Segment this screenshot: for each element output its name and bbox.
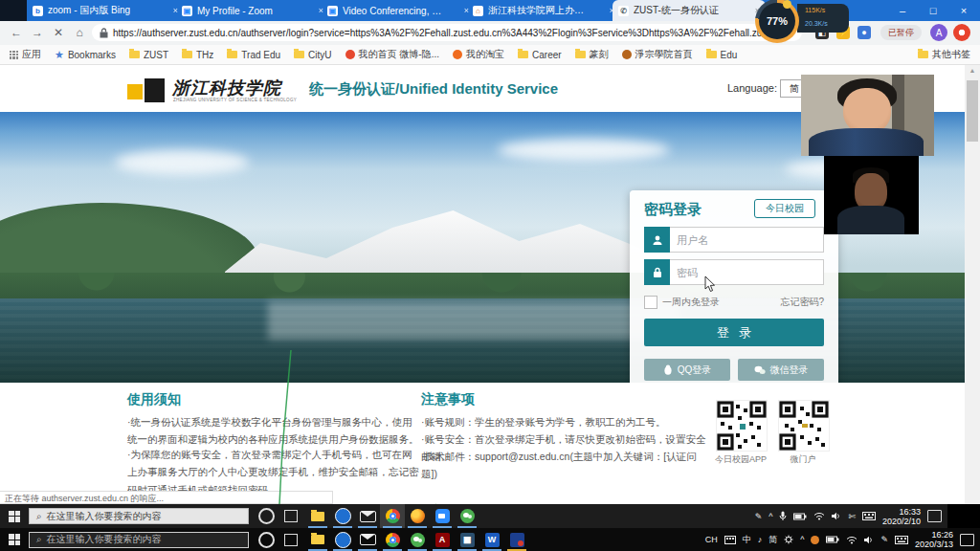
action-center-icon[interactable] <box>960 534 974 546</box>
wifi-icon[interactable] <box>813 512 825 520</box>
scrollbar-thumb[interactable] <box>967 80 978 142</box>
tab-bing[interactable]: b zoom - 国内版 Bing × <box>27 0 184 21</box>
chrome-icon[interactable] <box>380 528 405 551</box>
shared-screen-edge <box>947 504 980 528</box>
url-text: https://authserver.zust.edu.cn/authserve… <box>113 28 775 38</box>
cortana-icon[interactable] <box>258 532 275 548</box>
search-placeholder: 在这里输入你要搜索的内容 <box>47 510 162 523</box>
tab-ehall[interactable]: ⌂ 浙江科技学院网上办事服务大厅 × <box>467 0 620 21</box>
sync-paused-badge[interactable]: 已暂停 <box>880 25 922 40</box>
clock[interactable]: 16:26 2020/3/13 <box>915 530 953 549</box>
pin-icon[interactable]: ● <box>858 26 871 39</box>
tab-zoom-conf[interactable]: ▣ Video Conferencing, Web Co × <box>322 0 475 21</box>
start-button-icon[interactable] <box>9 511 20 522</box>
volume-icon[interactable] <box>832 512 841 520</box>
bookmark-folder-career[interactable]: Career <box>518 50 562 60</box>
back-button[interactable]: ← <box>8 24 25 41</box>
browser-menu-icon[interactable] <box>953 24 970 41</box>
mail-app-icon[interactable] <box>355 528 380 551</box>
ime-grid-icon[interactable] <box>724 536 736 544</box>
tray-chevron-icon[interactable]: ^ <box>800 535 804 544</box>
bookmark-folder-cityu[interactable]: CityU <box>294 50 331 60</box>
zoom-video-feed-2[interactable] <box>824 156 919 234</box>
address-bar[interactable]: https://authserver.zust.edu.cn/authserve… <box>92 24 802 41</box>
recording-app-icon[interactable] <box>504 528 529 551</box>
forgot-password-link[interactable]: 忘记密码? <box>780 296 824 309</box>
participant-body <box>809 128 924 156</box>
tab-title: My Profile - Zoom <box>197 6 273 16</box>
taskbar-search[interactable]: ⌕ 在这里输入你要搜索的内容 <box>29 532 249 548</box>
password-input[interactable] <box>670 259 824 285</box>
bookmark-jingzong[interactable]: 淨宗學院首頁 <box>622 48 693 61</box>
wechat-login-button[interactable]: 微信登录 <box>738 359 824 381</box>
profile-avatar[interactable]: A <box>930 24 947 41</box>
wechat-app-icon[interactable] <box>455 504 479 528</box>
start-button-icon[interactable] <box>9 534 20 545</box>
scissors-icon[interactable]: ✄ <box>848 512 856 521</box>
bookmark-taobao[interactable]: 我的淘宝 <box>453 48 504 61</box>
file-explorer-icon[interactable] <box>305 504 330 528</box>
memory-percent-badge[interactable]: 77% <box>755 0 799 43</box>
apps-shortcut[interactable]: 应用 <box>10 48 41 61</box>
music-note-icon[interactable]: ♪ <box>758 535 763 544</box>
clock-app-icon[interactable] <box>330 504 355 528</box>
maximize-button[interactable]: □ <box>919 0 947 21</box>
close-button[interactable]: × <box>949 0 978 21</box>
tab-zoom-profile[interactable]: ▣ My Profile - Zoom × <box>176 0 329 21</box>
action-center-icon[interactable] <box>927 510 942 522</box>
remember-checkbox[interactable] <box>644 296 657 309</box>
bookmark-folder-edu[interactable]: Edu <box>706 50 738 60</box>
qq-login-button[interactable]: QQ登录 <box>644 359 730 381</box>
ime-cn-badge[interactable]: 中 <box>743 534 751 546</box>
ime-simplified-badge[interactable]: 简 <box>768 534 777 546</box>
home-button[interactable]: ⌂ <box>71 24 88 41</box>
wifi-icon[interactable] <box>846 536 858 544</box>
zoom-app-icon[interactable] <box>430 504 455 528</box>
chrome-icon[interactable] <box>380 504 405 528</box>
bookmarks-bar: 应用 ★ Bookmarks ZUST THz Trad Edu CityU 我… <box>0 45 980 65</box>
taskbar-search[interactable]: ⌕ 在这里输入你要搜索的内容 <box>29 508 249 524</box>
bookmark-folder-zhuanke[interactable]: 篆刻 <box>575 48 609 61</box>
firefox-icon[interactable] <box>405 504 430 528</box>
scroll-up-arrow[interactable]: ▲ <box>967 67 978 77</box>
clock-app-icon[interactable] <box>330 528 355 551</box>
other-bookmarks[interactable]: 其他书签 <box>918 48 970 61</box>
bookmark-folder-tradedu[interactable]: Trad Edu <box>227 50 280 60</box>
mail-app-icon[interactable] <box>355 504 380 528</box>
zoom-video-feed-1[interactable] <box>801 75 934 156</box>
ime-keyboard-icon[interactable] <box>862 512 876 520</box>
today-campus-button[interactable]: 今日校园 <box>754 199 815 218</box>
clock[interactable]: 16:33 2020/2/10 <box>882 507 921 526</box>
calculator-icon[interactable]: ▦ <box>455 528 479 551</box>
phone-icon: ✆ <box>618 6 629 16</box>
task-view-icon[interactable] <box>284 534 298 546</box>
logo-yellow-square <box>127 84 143 99</box>
ime-lang-badge[interactable]: CH <box>705 535 718 544</box>
login-button[interactable]: 登录 <box>644 319 824 346</box>
gear-icon[interactable] <box>784 535 793 544</box>
username-input[interactable] <box>670 227 824 253</box>
battery-icon[interactable] <box>793 513 807 520</box>
bookmark-folder-thz[interactable]: THz <box>182 50 213 60</box>
bookmark-weibo[interactable]: 我的首页 微博-隐... <box>345 48 439 61</box>
tab-zust-auth-active[interactable]: ✆ ZUST-统一身份认证 × <box>612 0 766 21</box>
adobe-reader-icon[interactable]: A <box>430 528 455 551</box>
tray-app-icon[interactable] <box>811 536 819 544</box>
cortana-icon[interactable] <box>258 508 275 524</box>
file-explorer-icon[interactable] <box>305 528 330 551</box>
forward-button[interactable]: → <box>29 24 46 41</box>
bookmark-bookmarks[interactable]: ★ Bookmarks <box>55 49 116 61</box>
wechat-app-icon[interactable] <box>405 528 430 551</box>
volume-icon[interactable] <box>864 536 874 544</box>
word-icon[interactable]: W <box>479 528 504 551</box>
ime-keyboard-icon[interactable] <box>895 536 908 544</box>
pen-icon[interactable]: ✎ <box>755 512 763 521</box>
tray-chevron-icon[interactable]: ^ <box>768 512 772 521</box>
task-view-icon[interactable] <box>284 510 298 522</box>
pen-icon[interactable]: ✎ <box>880 535 888 544</box>
mic-icon[interactable] <box>779 511 787 521</box>
bookmark-folder-zust[interactable]: ZUST <box>129 50 168 60</box>
stop-button[interactable]: ✕ <box>50 24 67 41</box>
battery-icon[interactable] <box>826 536 839 543</box>
minimize-button[interactable]: – <box>888 0 917 21</box>
